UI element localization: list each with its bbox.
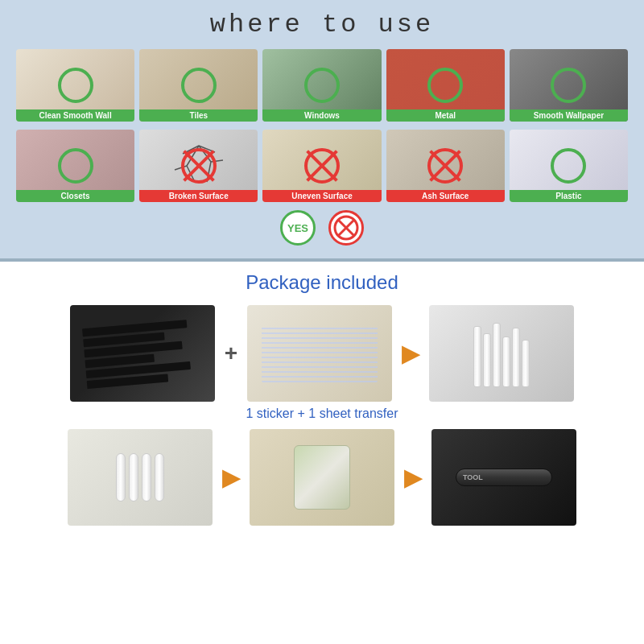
grid-label: Smooth Wallpaper bbox=[510, 109, 628, 122]
grid-item-tiles: Tiles bbox=[139, 49, 258, 122]
arrow-icon: ▶ bbox=[402, 341, 419, 367]
bad-indicator bbox=[427, 148, 463, 184]
package-title: Package included bbox=[16, 271, 628, 294]
grid-label: Plastic bbox=[510, 190, 628, 202]
grid-item-clean-smooth-wall: Clean Smooth Wall bbox=[16, 49, 134, 122]
no-badge bbox=[328, 210, 364, 246]
grid-label: Metal bbox=[386, 109, 505, 122]
package-row1: + ▶ bbox=[16, 305, 628, 402]
grid-label: Uneven Surface bbox=[262, 190, 381, 202]
grid-label: Windows bbox=[262, 109, 381, 122]
yes-badge: YES bbox=[280, 210, 316, 246]
page-title: where to use bbox=[16, 10, 628, 39]
yes-no-legend: YES bbox=[16, 210, 628, 246]
arrow-icon-3: ▶ bbox=[404, 464, 422, 491]
good-indicator bbox=[551, 68, 586, 103]
top-section: where to use Clean Smooth Wall Tiles Win… bbox=[0, 0, 644, 258]
grid-label: Closets bbox=[16, 190, 134, 202]
transfer-graphic bbox=[262, 324, 378, 382]
good-indicator bbox=[427, 68, 463, 103]
tool-image: TOOL bbox=[431, 429, 576, 526]
bottom-section: Package included + ▶ bbox=[0, 262, 644, 535]
no-symbol-icon bbox=[332, 214, 360, 242]
grid-row2: Closets Broken Surface bbox=[16, 130, 628, 202]
grid-item-windows: Windows bbox=[262, 49, 381, 122]
plus-icon: + bbox=[225, 341, 237, 366]
bad-indicator bbox=[181, 148, 217, 184]
package-row2: ▶ ▶ TOOL bbox=[16, 429, 628, 526]
good-indicator bbox=[58, 68, 93, 103]
tool-graphic: TOOL bbox=[431, 429, 576, 526]
good-indicator bbox=[58, 148, 93, 184]
result-graphic bbox=[473, 320, 530, 387]
grid-item-plastic: Plastic bbox=[510, 130, 628, 202]
grid-item-metal: Metal bbox=[386, 49, 505, 122]
grid-label: Clean Smooth Wall bbox=[16, 109, 134, 122]
good-indicator bbox=[304, 68, 340, 103]
arrow-icon-2: ▶ bbox=[222, 464, 240, 491]
grid-item-closets: Closets bbox=[16, 130, 134, 202]
good-indicator bbox=[551, 148, 586, 184]
package-label: 1 sticker + 1 sheet transfer bbox=[16, 407, 628, 421]
grid-label: Ash Surface bbox=[386, 190, 505, 202]
grid-row1: Clean Smooth Wall Tiles Windows Metal Sm bbox=[16, 49, 628, 122]
roll-image bbox=[250, 429, 394, 526]
grid-item-ash-surface: Ash Surface bbox=[386, 130, 505, 202]
good-indicator bbox=[181, 68, 217, 103]
sticker-graphic bbox=[81, 312, 203, 394]
bad-indicator bbox=[304, 148, 340, 184]
yes-label: YES bbox=[287, 222, 308, 234]
grid-label: Tiles bbox=[139, 109, 258, 122]
grid-item-uneven-surface: Uneven Surface bbox=[262, 130, 381, 202]
sticker-image bbox=[70, 305, 215, 402]
roll-graphic bbox=[294, 445, 350, 510]
grid-item-smooth-wallpaper: Smooth Wallpaper bbox=[510, 49, 628, 122]
grid-item-broken-surface: Broken Surface bbox=[139, 130, 258, 202]
tubes-image bbox=[68, 429, 213, 526]
transfer-sheet-image bbox=[247, 305, 392, 402]
result-image bbox=[429, 305, 574, 402]
tubes-graphic bbox=[116, 453, 164, 502]
